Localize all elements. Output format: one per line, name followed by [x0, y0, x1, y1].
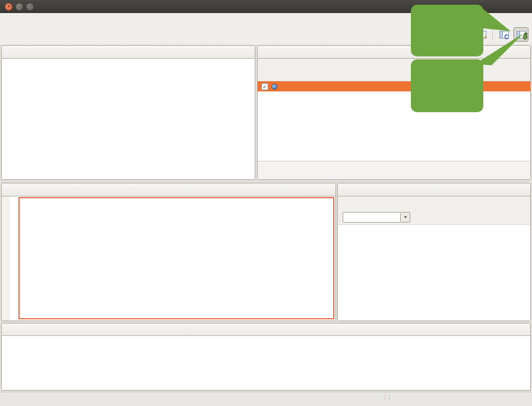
debug-tree[interactable]: [2, 59, 255, 179]
editor-view: [1, 183, 336, 321]
breakpoint-row[interactable]: ✓: [258, 81, 530, 91]
window-minimize-button[interactable]: [15, 3, 23, 11]
disassembly-toolbar: ▼: [338, 210, 530, 225]
breakpoints-list[interactable]: ✓: [258, 81, 530, 161]
debug-view: [1, 45, 255, 180]
window-maximize-button[interactable]: [26, 3, 34, 11]
sash-handle-icon[interactable]: [382, 394, 391, 401]
location-input[interactable]: [343, 212, 401, 223]
cpp-perspective-icon: C: [499, 31, 509, 39]
console-output[interactable]: [2, 336, 530, 390]
breakpoints-view: ✓: [257, 45, 531, 180]
perspective-separator: [492, 29, 493, 40]
status-bar: [0, 392, 532, 406]
annotation-ruler[interactable]: [2, 196, 10, 321]
location-dropdown[interactable]: ▼: [401, 212, 410, 223]
editor-content[interactable]: [2, 196, 335, 321]
callout-switch-cpp: [411, 5, 483, 56]
breakpoint-icon: [271, 84, 277, 90]
window-close-button[interactable]: [5, 3, 12, 11]
debug-view-header: [2, 46, 255, 59]
disassembly-header: [338, 183, 530, 196]
editor-header: [2, 183, 335, 196]
breakpoint-checkbox[interactable]: ✓: [261, 83, 268, 90]
breakpoints-details: [258, 161, 530, 179]
disassembly-content: ▼: [338, 196, 530, 321]
breakpoints-content: ✓: [258, 59, 530, 179]
callout-switch-debug: [411, 59, 483, 112]
console-view: [1, 323, 531, 391]
console-header: [2, 323, 530, 336]
breakpoints-toolbar: [258, 72, 530, 81]
eclipse-window: + C ✓: [0, 0, 532, 406]
disassembly-rows[interactable]: [338, 225, 530, 321]
disassembly-view: ▼: [337, 183, 531, 321]
editor-highlight-box: [18, 197, 334, 319]
